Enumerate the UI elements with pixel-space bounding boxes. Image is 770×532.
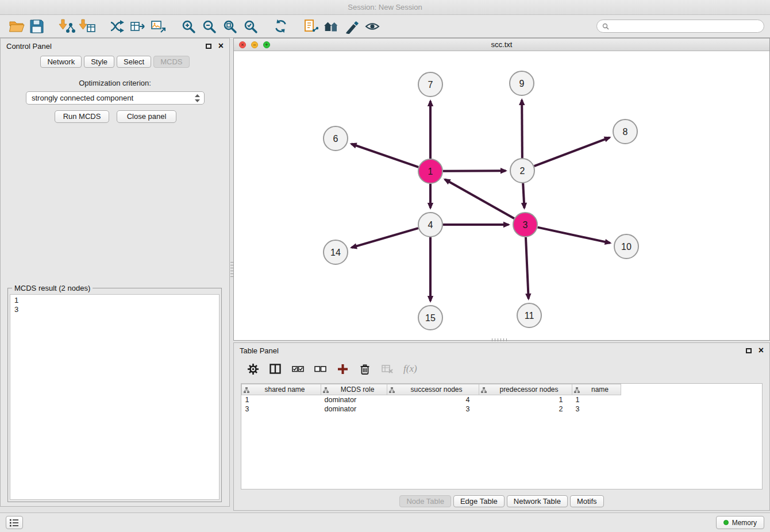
edge-3-11[interactable]: [526, 237, 529, 299]
tab-network-table[interactable]: Network Table: [507, 495, 568, 507]
save-session-icon[interactable]: [26, 17, 47, 36]
annotation-icon[interactable]: [300, 17, 321, 36]
tab-style[interactable]: Style: [84, 56, 114, 68]
tab-edge-table[interactable]: Edge Table: [453, 495, 505, 507]
node-label: 8: [623, 127, 628, 137]
float-panel-icon[interactable]: [206, 44, 211, 49]
column-header-name[interactable]: name: [572, 384, 621, 395]
dropdown-arrows-icon: [195, 94, 200, 102]
network-window-titlebar[interactable]: × − + scc.txt: [234, 38, 769, 51]
close-table-panel-icon[interactable]: ×: [759, 346, 764, 355]
close-window-button[interactable]: ×: [239, 41, 246, 48]
splitter-handle-vertical[interactable]: [230, 262, 233, 278]
sort-icon: [323, 387, 329, 393]
edge-1-2[interactable]: [443, 171, 506, 171]
create-column-icon[interactable]: [336, 363, 349, 375]
network-graph[interactable]: 7968124314101511: [234, 51, 769, 340]
node-10[interactable]: 10: [614, 234, 638, 259]
import-table-from-file-icon[interactable]: [77, 17, 98, 36]
sort-icon: [574, 387, 580, 393]
cell-mcds-role: dominator: [321, 395, 387, 405]
application-window: Session: New Session: [0, 0, 770, 532]
column-label: shared name: [264, 385, 305, 394]
node-2[interactable]: 2: [510, 159, 534, 183]
optimization-criterion-select[interactable]: strongly connected component: [26, 91, 205, 105]
sort-icon: [244, 387, 249, 393]
show-hide-graphics-icon[interactable]: [362, 17, 383, 36]
export-image-icon[interactable]: [148, 17, 169, 36]
column-header-mcds-role[interactable]: MCDS role: [321, 384, 387, 395]
edge-2-3[interactable]: [523, 183, 524, 208]
splitter-handle-horizontal[interactable]: [492, 338, 508, 341]
edge-2-8[interactable]: [534, 137, 610, 166]
search-input[interactable]: [612, 22, 759, 30]
table-tabs: Node TableEdge TableNetwork TableMotifs: [234, 495, 769, 507]
tab-select[interactable]: Select: [117, 56, 151, 68]
node-label: 11: [525, 311, 534, 321]
close-panel-button[interactable]: Close panel: [117, 110, 176, 123]
zoom-window-button[interactable]: +: [263, 41, 270, 48]
edge-2-9[interactable]: [522, 100, 522, 158]
zoom-out-icon[interactable]: [199, 17, 220, 36]
node-6[interactable]: 6: [324, 126, 348, 151]
refresh-view-icon[interactable]: [270, 17, 291, 36]
node-15[interactable]: 15: [418, 306, 442, 330]
node-11[interactable]: 11: [517, 303, 541, 327]
column-header-predecessor-nodes[interactable]: predecessor nodes: [479, 384, 572, 395]
tab-mcds[interactable]: MCDS: [153, 56, 189, 68]
float-table-panel-icon[interactable]: [746, 348, 752, 353]
table-row[interactable]: 3dominator323: [242, 404, 621, 414]
deselect-all-rows-icon[interactable]: [314, 363, 326, 375]
cell-name: 3: [572, 404, 621, 414]
node-table-grid: shared nameMCDS rolesuccessor nodesprede…: [241, 384, 621, 414]
network-canvas[interactable]: 7968124314101511: [234, 51, 769, 340]
node-4[interactable]: 4: [418, 213, 442, 237]
node-label: 15: [425, 313, 436, 323]
column-header-shared-name[interactable]: shared name: [242, 384, 321, 395]
edge-4-14[interactable]: [352, 228, 418, 248]
cell-shared-name: 1: [242, 395, 321, 405]
network-tools-icon[interactable]: [107, 17, 128, 36]
select-all-rows-icon[interactable]: [291, 363, 304, 375]
node-1[interactable]: 1: [418, 159, 442, 183]
cell-predecessor-nodes: 1: [479, 395, 572, 405]
column-header-successor-nodes[interactable]: successor nodes: [387, 384, 479, 395]
memory-label: Memory: [732, 519, 757, 527]
edge-3-1[interactable]: [445, 179, 514, 218]
delete-columns-icon[interactable]: [359, 363, 371, 375]
export-table-icon[interactable]: [128, 17, 148, 36]
node-8[interactable]: 8: [613, 119, 637, 144]
delete-table-icon[interactable]: [381, 363, 394, 375]
mcds-result-group: MCDS result (2 nodes) 13: [7, 284, 222, 502]
mcds-result-list[interactable]: 13: [10, 294, 220, 500]
apply-style-icon[interactable]: [341, 17, 362, 36]
node-14[interactable]: 14: [324, 240, 348, 264]
node-7[interactable]: 7: [418, 72, 442, 97]
tab-node-table[interactable]: Node Table: [399, 495, 451, 507]
node-label: 2: [520, 166, 525, 176]
close-panel-icon[interactable]: ×: [218, 41, 224, 51]
edge-3-10[interactable]: [538, 228, 610, 243]
show-panels-button[interactable]: [6, 516, 23, 529]
import-network-from-file-icon[interactable]: [56, 17, 77, 36]
minimize-window-button[interactable]: −: [251, 41, 258, 48]
attributes-gear-icon[interactable]: [247, 363, 259, 375]
function-builder-icon[interactable]: f(x): [403, 363, 417, 375]
zoom-in-icon[interactable]: [178, 17, 199, 36]
main-toolbar: [0, 15, 770, 38]
tab-network[interactable]: Network: [40, 56, 82, 68]
search-field[interactable]: [596, 20, 764, 33]
show-home-view-icon[interactable]: [321, 17, 341, 36]
edge-1-6[interactable]: [351, 144, 418, 167]
memory-button[interactable]: Memory: [716, 516, 764, 529]
node-9[interactable]: 9: [510, 71, 534, 95]
open-session-icon[interactable]: [6, 17, 26, 36]
tab-motifs[interactable]: Motifs: [570, 495, 604, 507]
zoom-selected-region-icon[interactable]: [240, 17, 261, 36]
zoom-fit-content-icon[interactable]: [220, 17, 240, 36]
node-3[interactable]: 3: [513, 213, 537, 237]
column-layout-icon[interactable]: [269, 363, 282, 375]
window-title: Session: New Session: [348, 3, 422, 11]
table-row[interactable]: 1dominator411: [242, 395, 621, 405]
run-mcds-button[interactable]: Run MCDS: [55, 110, 109, 123]
